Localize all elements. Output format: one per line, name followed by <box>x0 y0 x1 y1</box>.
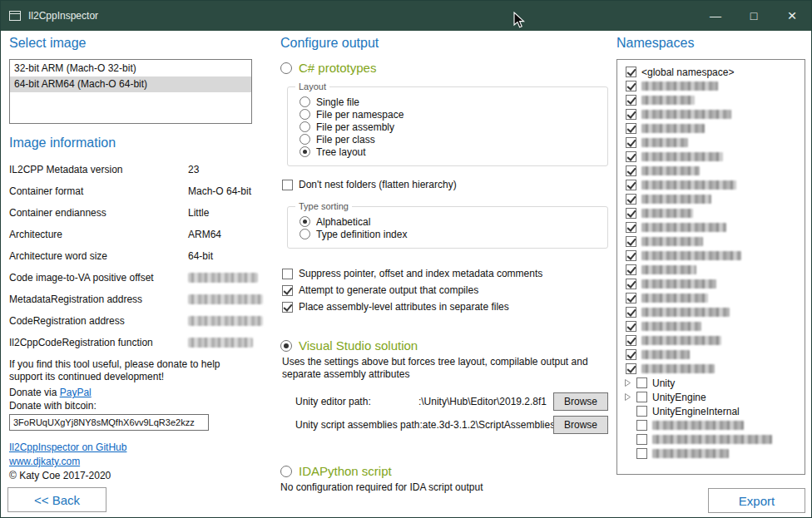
back-button[interactable]: << Back <box>7 487 106 512</box>
namespace-row-redacted[interactable] <box>619 234 803 249</box>
namespace-checkbox[interactable] <box>636 448 647 459</box>
suppress-metadata-checkbox-row[interactable]: Suppress pointer, offset and index metad… <box>282 267 608 280</box>
visual-studio-label[interactable]: Visual Studio solution <box>299 338 418 353</box>
compilable-output-checkbox-row[interactable]: Attempt to generate output that compiles <box>282 284 608 297</box>
namespace-checkbox[interactable] <box>626 307 636 318</box>
namespace-row-unity[interactable]: Unity <box>619 376 803 390</box>
separate-attributes-checkbox-row[interactable]: Place assembly-level attributes in separ… <box>282 300 608 313</box>
option-label[interactable]: File per class <box>316 134 375 146</box>
namespace-row-unityengineinternal[interactable]: UnityEngineInternal <box>619 404 803 418</box>
idapython-radio[interactable] <box>280 466 292 477</box>
namespace-checkbox[interactable] <box>626 321 636 332</box>
namespace-checkbox[interactable] <box>626 264 636 275</box>
namespace-checkbox[interactable] <box>626 81 636 91</box>
browse-script-path-button[interactable]: Browse <box>553 416 608 434</box>
namespace-checkbox[interactable] <box>626 208 636 219</box>
image-item-64bit[interactable]: 64-bit ARM64 (Mach-O 64-bit) <box>10 76 251 92</box>
output-option-csharp[interactable]: C# prototypes <box>280 61 608 75</box>
namespace-checkbox[interactable] <box>626 123 636 134</box>
namespace-checkbox[interactable] <box>636 420 647 431</box>
namespace-row-redacted[interactable] <box>619 164 803 178</box>
single-file-radio[interactable] <box>300 96 310 107</box>
namespaces-list[interactable]: <global namespace> <box>616 59 805 475</box>
output-option-idapython[interactable]: IDAPython script <box>280 464 608 478</box>
idapython-label[interactable]: IDAPython script <box>299 464 392 478</box>
suppress-metadata-checkbox[interactable] <box>282 269 293 279</box>
layout-option-file-per-namespace[interactable]: File per namespace <box>288 108 607 121</box>
visual-studio-radio[interactable] <box>280 340 292 352</box>
expand-icon[interactable] <box>624 379 631 387</box>
file-per-namespace-radio[interactable] <box>300 109 310 120</box>
namespace-row-redacted[interactable] <box>619 263 803 277</box>
compilable-output-checkbox[interactable] <box>282 285 293 296</box>
namespace-checkbox[interactable] <box>626 151 636 162</box>
namespace-row-unityengine[interactable]: UnityEngine <box>619 390 803 404</box>
type-definition-index-radio[interactable] <box>300 229 310 239</box>
namespace-row-redacted[interactable] <box>619 319 803 333</box>
namespace-row-redacted[interactable] <box>619 446 803 461</box>
global-namespace-checkbox[interactable] <box>626 67 636 77</box>
namespace-label[interactable]: <global namespace> <box>641 67 734 78</box>
flatten-hierarchy-checkbox-row[interactable]: Don't nest folders (flatten hierarchy) <box>282 178 608 191</box>
sorting-option-type-definition-index[interactable]: Type definition index <box>288 228 607 240</box>
option-label[interactable]: Single file <box>316 96 359 108</box>
option-label[interactable]: Alphabetical <box>316 216 370 228</box>
namespace-row-redacted[interactable] <box>619 333 803 348</box>
namespace-checkbox[interactable] <box>626 95 636 106</box>
layout-option-single-file[interactable]: Single file <box>288 96 607 108</box>
namespace-row-redacted[interactable] <box>619 362 803 376</box>
website-link[interactable]: www.djkaty.com <box>9 455 252 469</box>
file-per-class-radio[interactable] <box>300 134 310 145</box>
namespace-row-redacted[interactable] <box>619 79 803 93</box>
maximize-icon[interactable]: □ <box>735 1 773 31</box>
image-item-32bit[interactable]: 32-bit ARM (Mach-O 32-bit) <box>10 61 251 76</box>
file-per-assembly-radio[interactable] <box>300 121 310 132</box>
namespace-row-redacted[interactable] <box>619 93 803 107</box>
github-link[interactable]: Il2CppInspector on GitHub <box>9 441 252 455</box>
namespace-checkbox[interactable] <box>626 165 636 176</box>
export-button[interactable]: Export <box>708 488 805 513</box>
namespace-label[interactable]: UnityEngine <box>652 392 706 403</box>
checkbox-label[interactable]: Place assembly-level attributes in separ… <box>299 301 509 313</box>
namespace-row-redacted[interactable] <box>619 121 803 136</box>
namespace-row-redacted[interactable] <box>619 348 803 362</box>
namespace-label[interactable]: UnityEngineInternal <box>652 406 740 417</box>
namespace-checkbox[interactable] <box>626 109 636 120</box>
unityengineinternal-checkbox[interactable] <box>636 406 647 417</box>
tree-layout-radio[interactable] <box>300 146 310 157</box>
namespace-checkbox[interactable] <box>626 293 636 303</box>
namespace-row-redacted[interactable] <box>619 277 803 291</box>
namespace-row-redacted[interactable] <box>619 107 803 121</box>
namespace-checkbox[interactable] <box>626 236 636 247</box>
bitcoin-address-field[interactable] <box>9 414 209 431</box>
checkbox-label[interactable]: Don't nest folders (flatten hierarchy) <box>299 179 457 190</box>
unity-checkbox[interactable] <box>636 377 647 388</box>
namespace-checkbox[interactable] <box>626 279 636 289</box>
namespace-row-redacted[interactable] <box>619 192 803 206</box>
namespace-row-redacted[interactable] <box>619 150 803 164</box>
output-option-visual-studio[interactable]: Visual Studio solution <box>280 338 608 353</box>
image-listbox[interactable]: 32-bit ARM (Mach-O 32-bit) 64-bit ARM64 … <box>9 59 252 124</box>
namespace-row-redacted[interactable] <box>619 206 803 220</box>
paypal-link[interactable]: PayPal <box>60 387 92 398</box>
namespace-row-redacted[interactable] <box>619 220 803 234</box>
namespace-checkbox[interactable] <box>626 335 636 346</box>
layout-option-file-per-class[interactable]: File per class <box>288 133 607 146</box>
namespace-checkbox[interactable] <box>626 363 636 374</box>
option-label[interactable]: Tree layout <box>316 146 366 158</box>
unityengine-checkbox[interactable] <box>636 392 647 402</box>
sorting-option-alphabetical[interactable]: Alphabetical <box>288 215 607 228</box>
option-label[interactable]: Type definition index <box>316 229 407 240</box>
checkbox-label[interactable]: Suppress pointer, offset and index metad… <box>299 268 542 279</box>
namespace-row-redacted[interactable] <box>619 178 803 192</box>
close-icon[interactable]: × <box>773 1 811 31</box>
namespace-checkbox[interactable] <box>626 180 636 190</box>
namespace-row-global[interactable]: <global namespace> <box>619 65 803 79</box>
namespace-row-redacted[interactable] <box>619 418 803 432</box>
separate-attributes-checkbox[interactable] <box>282 302 293 313</box>
alphabetical-radio[interactable] <box>300 216 310 227</box>
namespace-label[interactable]: Unity <box>652 377 675 389</box>
namespace-checkbox[interactable] <box>636 434 647 445</box>
layout-option-file-per-assembly[interactable]: File per assembly <box>288 121 607 133</box>
namespace-row-redacted[interactable] <box>619 136 803 150</box>
